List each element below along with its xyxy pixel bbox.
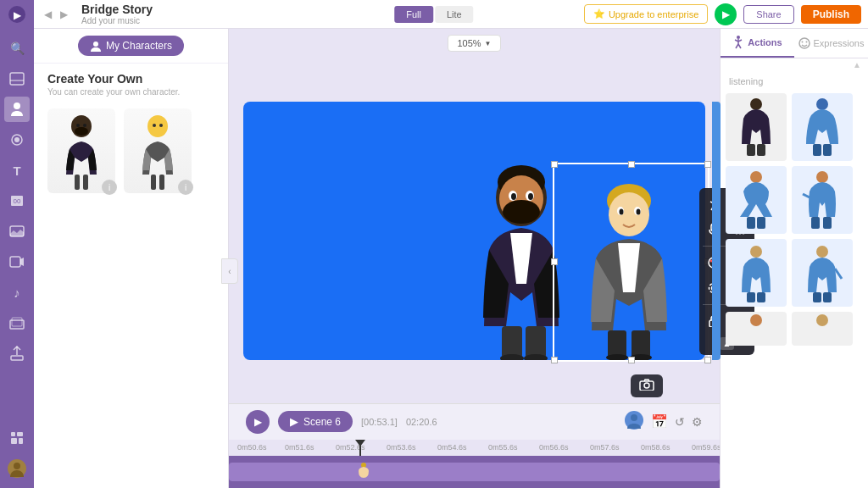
action-item-4[interactable] [792,166,853,234]
panel-scroll[interactable] [721,90,868,488]
svg-point-97 [737,36,740,39]
svg-line-102 [738,44,741,48]
svg-point-20 [14,463,20,469]
svg-rect-120 [747,292,755,302]
action-item-1[interactable] [726,93,787,161]
svg-point-112 [750,171,762,183]
ruler-label-0: 0m50.6s [237,443,267,452]
scene-settings-icon[interactable]: ⚙ [692,415,703,429]
svg-rect-18 [19,438,23,444]
action-item-8[interactable] [792,312,853,346]
svg-point-31 [153,124,156,127]
svg-rect-17 [11,438,17,444]
sidebar-icon-media[interactable]: 00 [4,188,30,214]
svg-rect-114 [757,217,765,229]
action-item-7[interactable] [726,312,787,346]
action-item-5[interactable] [726,239,787,307]
svg-line-101 [736,44,738,48]
sidebar-icon-landscape[interactable] [4,219,30,244]
canvas-background: + [243,102,705,360]
timeline-area: ▶ ▶ Scene 6 [00:53.1] 02:20.6 📅 ↺ ⚙ [229,403,720,488]
tab-actions[interactable]: Actions [721,29,794,58]
sidebar-avatar[interactable] [4,456,30,481]
scene-refresh-icon[interactable]: ↺ [675,415,685,429]
sidebar-icon-video[interactable] [4,249,30,274]
svg-rect-13 [11,356,23,360]
chars-header: My Characters [34,29,228,64]
preview-play-btn[interactable]: ▶ [715,3,737,25]
canvas-wrapper[interactable]: + [229,58,720,403]
canvas-toolbar: 105% ▼ [229,29,720,58]
handle-br[interactable] [704,357,711,363]
chars-panel: My Characters Create Your Own You can cr… [34,29,229,488]
svg-point-49 [620,208,624,214]
handle-tr[interactable] [704,161,711,168]
sidebar-icon-shapes[interactable] [4,127,30,152]
forward-icon[interactable]: ▶ [57,7,71,22]
scene-calendar-icon[interactable]: 📅 [651,413,668,430]
handle-mr[interactable] [704,258,711,265]
share-btn[interactable]: Share [743,5,793,24]
timeline-playhead[interactable] [359,440,361,457]
panel-row-1 [726,93,863,161]
left-sidebar: 🔍 T 00 ♪ [0,29,34,488]
sidebar-icon-user[interactable] [4,97,30,122]
scene-label-btn[interactable]: ▶ Scene 6 [278,411,353,432]
char-info-dark[interactable]: i [102,180,117,195]
svg-point-127 [816,314,828,326]
canvas-char-light[interactable] [582,182,676,360]
svg-point-105 [805,42,807,43]
sidebar-icon-image[interactable] [4,66,30,92]
panel-row-2 [726,166,863,234]
app-title: Bridge Story [81,3,153,16]
ruler-label-1: 0m51.6s [285,443,314,452]
topbar-actions: ⭐ Upgrade to enterprise ▶ Share Publish [584,3,868,25]
upgrade-btn[interactable]: ⭐ Upgrade to enterprise [584,4,708,24]
topbar: ▶ ◀ ▶ Bridge Story Add your music Full L… [0,0,868,29]
camera-icon[interactable] [639,379,654,393]
char-info-light[interactable]: i [178,180,193,195]
tab-expressions[interactable]: Expressions [794,29,868,58]
chars-panel-collapse[interactable]: ‹ [221,258,238,284]
ruler-label-6: 0m56.6s [539,443,569,452]
sidebar-icon-music[interactable]: ♪ [4,280,30,305]
char-item-dark[interactable]: i [47,108,115,193]
sidebar-icon-grid[interactable] [4,425,30,451]
scene-action-icons: 📅 ↺ ⚙ [624,410,703,434]
sidebar-icon-text[interactable]: T [4,158,30,183]
playhead-head [355,440,365,446]
svg-rect-42 [526,326,546,358]
canvas-char-dark[interactable] [472,165,582,360]
scene-avatar-icon[interactable] [624,410,644,434]
sidebar-icon-layers[interactable] [4,310,30,336]
svg-rect-124 [823,292,832,302]
lite-mode-btn[interactable]: Lite [435,6,474,23]
svg-rect-121 [757,292,765,302]
timeline-track[interactable] [229,456,720,488]
my-chars-btn[interactable]: My Characters [78,36,184,56]
action-item-6[interactable] [792,239,853,307]
full-mode-btn[interactable]: Full [394,6,433,23]
publish-btn[interactable]: Publish [801,5,861,24]
action-item-3[interactable] [726,166,787,234]
sidebar-icon-search[interactable]: 🔍 [4,36,30,61]
char-bottom-toolbar [631,374,663,397]
timeline-track-inner [229,463,720,481]
scroll-up-icon[interactable]: ▲ [853,60,861,69]
svg-rect-107 [747,144,755,156]
ruler-label-9: 0m59.6s [692,443,720,452]
sidebar-icon-upload[interactable] [4,341,30,366]
action-item-2[interactable] [792,93,853,161]
char-item-light[interactable]: i [124,108,192,193]
app-logo[interactable]: ▶ [0,0,34,29]
zoom-indicator[interactable]: 105% ▼ [448,35,500,52]
svg-point-38 [511,193,516,200]
svg-rect-113 [747,217,755,229]
svg-text:00: 00 [14,197,21,205]
create-title: Create Your Own [47,72,214,86]
back-icon[interactable]: ◀ [41,7,55,22]
svg-rect-16 [17,432,23,436]
nav-icons: ◀ ▶ [34,7,78,22]
app-subtitle: Add your music [81,16,156,25]
play-scene-btn[interactable]: ▶ [246,410,270,434]
